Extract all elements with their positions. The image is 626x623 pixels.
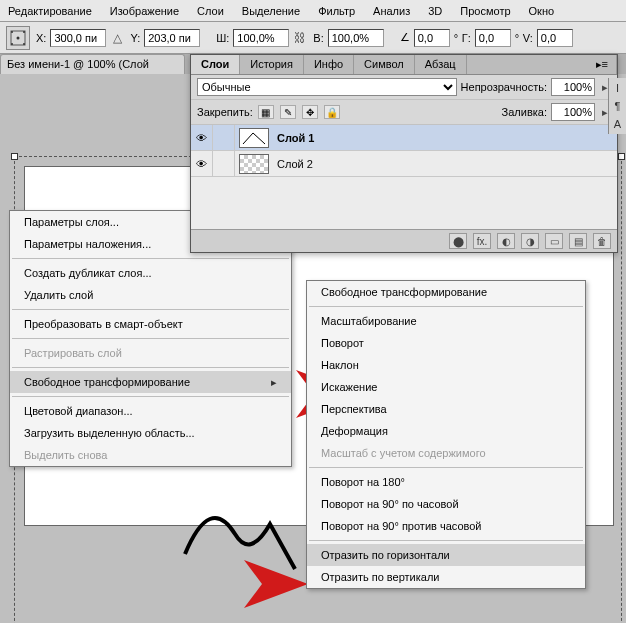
- handle-nw[interactable]: [11, 153, 18, 160]
- fill-input[interactable]: [551, 103, 595, 121]
- menu-item: Масштаб с учетом содержимого: [307, 442, 585, 464]
- tab-info[interactable]: Инфо: [304, 55, 354, 74]
- menu-select[interactable]: Выделение: [242, 5, 300, 17]
- lock-transparency-icon[interactable]: ▦: [258, 105, 274, 119]
- side-toolstrip: I ¶ A: [608, 78, 626, 134]
- lock-image-icon[interactable]: ✎: [280, 105, 296, 119]
- tab-symbol[interactable]: Символ: [354, 55, 415, 74]
- menu-image[interactable]: Изображение: [110, 5, 179, 17]
- menu-item[interactable]: Поворот на 90° по часовой: [307, 493, 585, 515]
- menu-item: Выделить снова: [10, 444, 291, 466]
- layer-name[interactable]: Слой 1: [277, 132, 314, 144]
- h-label: В:: [313, 32, 323, 44]
- triangle-icon[interactable]: △: [110, 29, 124, 47]
- blend-mode-select[interactable]: Обычные: [197, 78, 457, 96]
- menu-item[interactable]: Масштабирование: [307, 310, 585, 332]
- v-label: V:: [523, 32, 533, 44]
- menu-item[interactable]: Поворот: [307, 332, 585, 354]
- layers-panel: Слои История Инфо Символ Абзац ▸≡ Обычны…: [190, 54, 618, 253]
- menu-item[interactable]: Наклон: [307, 354, 585, 376]
- menu-layers[interactable]: Слои: [197, 5, 224, 17]
- x-label: X:: [36, 32, 46, 44]
- svg-point-3: [23, 31, 25, 33]
- sidestrip-icon[interactable]: A: [614, 118, 621, 130]
- menu-item[interactable]: Загрузить выделенную область...: [10, 422, 291, 444]
- menu-edit[interactable]: Редактирование: [8, 5, 92, 17]
- mask-icon[interactable]: ◐: [497, 233, 515, 249]
- menu-item: Растрировать слой: [10, 342, 291, 364]
- link-layers-icon[interactable]: ⬤: [449, 233, 467, 249]
- y-input[interactable]: [144, 29, 200, 47]
- group-icon[interactable]: ▭: [545, 233, 563, 249]
- w-label: Ш:: [216, 32, 229, 44]
- adjustment-icon[interactable]: ◑: [521, 233, 539, 249]
- menu-analysis[interactable]: Анализ: [373, 5, 410, 17]
- menu-item[interactable]: Поворот на 90° против часовой: [307, 515, 585, 537]
- link-icon[interactable]: ⛓: [293, 29, 307, 47]
- y-label: Y:: [130, 32, 140, 44]
- layer-thumb[interactable]: [239, 154, 269, 174]
- menu-view[interactable]: Просмотр: [460, 5, 510, 17]
- fx-icon[interactable]: fx.: [473, 233, 491, 249]
- svg-point-5: [23, 43, 25, 45]
- panel-tabs: Слои История Инфо Символ Абзац ▸≡: [191, 55, 617, 75]
- menu-window[interactable]: Окно: [529, 5, 555, 17]
- layer-row[interactable]: 👁 Слой 1: [191, 125, 617, 151]
- context-menu-transform: Свободное трансформированиеМасштабирован…: [306, 280, 586, 589]
- v-input[interactable]: [537, 29, 573, 47]
- visibility-icon[interactable]: 👁: [191, 125, 213, 150]
- options-bar: X: △ Y: Ш: ⛓ В: ∠ ° Г: ° V:: [0, 22, 626, 54]
- panel-menu-icon[interactable]: ▸≡: [588, 55, 617, 74]
- menu-item[interactable]: Перспектива: [307, 398, 585, 420]
- reference-point-icon[interactable]: [6, 26, 30, 50]
- menu-3d[interactable]: 3D: [428, 5, 442, 17]
- opacity-input[interactable]: [551, 78, 595, 96]
- link-column[interactable]: [213, 125, 235, 150]
- fill-label: Заливка:: [502, 106, 547, 118]
- lock-all-icon[interactable]: 🔒: [324, 105, 340, 119]
- menu-item[interactable]: Свободное трансформирование: [307, 281, 585, 303]
- layer-name[interactable]: Слой 2: [277, 158, 313, 170]
- layer-row[interactable]: 👁 Слой 2: [191, 151, 617, 177]
- menu-filter[interactable]: Фильтр: [318, 5, 355, 17]
- menu-item[interactable]: Свободное трансформирование: [10, 371, 291, 393]
- menu-item[interactable]: Поворот на 180°: [307, 471, 585, 493]
- g-input[interactable]: [475, 29, 511, 47]
- menu-item[interactable]: Преобразовать в смарт-объект: [10, 313, 291, 335]
- angle-input[interactable]: [414, 29, 450, 47]
- svg-marker-7: [244, 560, 308, 608]
- angle-label: ∠: [400, 31, 410, 44]
- menubar: Редактирование Изображение Слои Выделени…: [0, 0, 626, 22]
- svg-point-1: [17, 36, 20, 39]
- x-input[interactable]: [50, 29, 106, 47]
- w-input[interactable]: [233, 29, 289, 47]
- menu-item[interactable]: Удалить слой: [10, 284, 291, 306]
- sidestrip-icon[interactable]: I: [616, 82, 619, 94]
- svg-point-4: [11, 43, 13, 45]
- sidestrip-icon[interactable]: ¶: [615, 100, 621, 112]
- menu-item[interactable]: Цветовой диапазон...: [10, 400, 291, 422]
- g-label: Г:: [462, 32, 471, 44]
- menu-item[interactable]: Искажение: [307, 376, 585, 398]
- opacity-label: Непрозрачность:: [461, 81, 547, 93]
- menu-item[interactable]: Отразить по горизонтали: [307, 544, 585, 566]
- panel-footer: ⬤ fx. ◐ ◑ ▭ ▤ 🗑: [191, 229, 617, 252]
- new-layer-icon[interactable]: ▤: [569, 233, 587, 249]
- handle-ne[interactable]: [618, 153, 625, 160]
- svg-point-2: [11, 31, 13, 33]
- menu-item[interactable]: Отразить по вертикали: [307, 566, 585, 588]
- h-input[interactable]: [328, 29, 384, 47]
- layer-thumb[interactable]: [239, 128, 269, 148]
- document-tab[interactable]: Без имени-1 @ 100% (Слой: [0, 54, 185, 74]
- lock-label: Закрепить:: [197, 106, 253, 118]
- visibility-icon[interactable]: 👁: [191, 151, 213, 176]
- layer-list: 👁 Слой 1 👁 Слой 2: [191, 125, 617, 229]
- lock-position-icon[interactable]: ✥: [302, 105, 318, 119]
- tab-paragraph[interactable]: Абзац: [415, 55, 467, 74]
- tab-history[interactable]: История: [240, 55, 304, 74]
- link-column[interactable]: [213, 151, 235, 176]
- delete-icon[interactable]: 🗑: [593, 233, 611, 249]
- menu-item[interactable]: Деформация: [307, 420, 585, 442]
- menu-item[interactable]: Создать дубликат слоя...: [10, 262, 291, 284]
- tab-layers[interactable]: Слои: [191, 55, 240, 74]
